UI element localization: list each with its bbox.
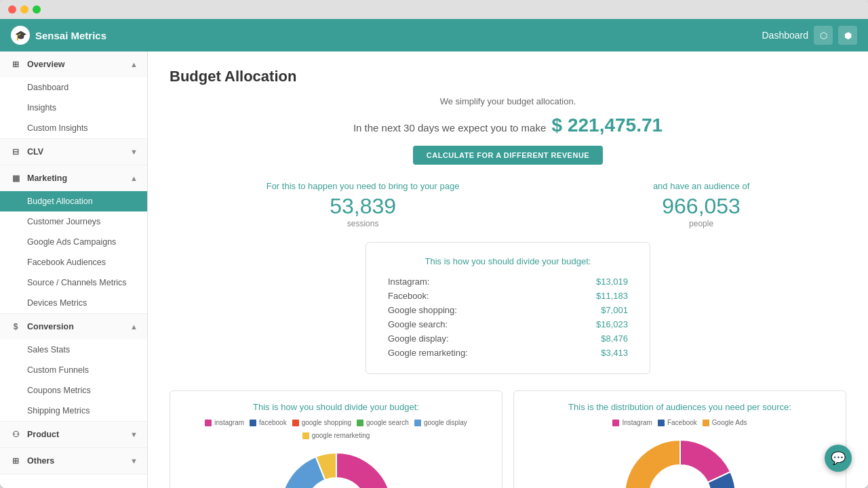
sidebar-item-shipping-metrics[interactable]: Shipping Metrics [0, 401, 147, 421]
legend-item: Instagram [612, 419, 652, 426]
legend-color [658, 420, 665, 426]
subtitle: We simplify your budget allocation. [170, 96, 846, 106]
donut1-chart [275, 447, 397, 488]
clv-group-header[interactable]: ⊟ CLV ▼ [0, 139, 147, 165]
others-chevron: ▼ [130, 457, 138, 465]
app-window: 🎓 Sensai Metrics Dashboard ⬡ ⬢ ⊞ Overvie… [0, 0, 868, 488]
budget-card-title: This is how you should divide your budge… [388, 256, 628, 266]
overview-icon: ⊞ [9, 58, 22, 70]
legend-color [250, 420, 256, 426]
product-icon: ⚇ [9, 428, 22, 441]
settings-nav-icon[interactable]: ⬢ [838, 26, 857, 45]
maximize-btn[interactable] [33, 5, 41, 14]
sidebar-item-budget-allocation[interactable]: Budget Allocation [0, 191, 147, 211]
legend-item: google remarketing [302, 432, 370, 439]
revenue-line: In the next 30 days we expect you to mak… [170, 115, 846, 136]
budget-row: Instagram:$13,019 [388, 274, 628, 289]
legend-item: facebook [250, 419, 287, 426]
sidebar-item-facebook-audiences[interactable]: Facebook Audiences [0, 252, 147, 272]
sidebar-item-devices-metrics[interactable]: Devices Metrics [0, 293, 147, 313]
chart-card-budget: This is how you should divide your budge… [170, 390, 502, 488]
sidebar-item-sales-stats[interactable]: Sales Stats [0, 340, 147, 360]
sidebar-item-customer-journeys[interactable]: Customer Journeys [0, 211, 147, 232]
logo: 🎓 Sensai Metrics [11, 26, 106, 45]
chart1-legend: instagramfacebookgoogle shoppinggoogle s… [181, 419, 491, 439]
chart-card-audience: This is the distribution of audiences yo… [513, 390, 846, 488]
sidebar-section-clv: ⊟ CLV ▼ [0, 139, 147, 165]
clv-icon: ⊟ [9, 146, 22, 158]
marketing-group-header[interactable]: ▦ Marketing ▲ [0, 165, 147, 191]
revenue-amount: $ 221,475.71 [552, 115, 663, 136]
charts-row: This is how you should divide your budge… [170, 390, 846, 488]
sidebar-section-overview: ⊞ Overview ▲ Dashboard Insights Custom I… [0, 52, 147, 139]
sidebar-item-custom-insights[interactable]: Custom Insights [0, 118, 147, 138]
legend-item: google search [357, 419, 409, 426]
conversion-group-header[interactable]: $ Conversion ▲ [0, 314, 147, 340]
legend-item: Google Ads [703, 419, 747, 426]
chart2-title: This is the distribution of audiences yo… [525, 402, 835, 412]
sidebar-section-others: ⊞ Others ▼ [0, 448, 147, 474]
legend-item: google display [414, 419, 467, 426]
overview-chevron: ▲ [130, 60, 138, 68]
budget-row: Google display:$8,476 [388, 331, 628, 346]
logo-icon: 🎓 [11, 26, 30, 45]
budget-row: Google remarketing:$3,413 [388, 346, 628, 360]
conversion-icon: $ [9, 321, 22, 333]
audience-value: 966,053 [653, 194, 749, 219]
sessions-unit: sessions [267, 219, 460, 228]
legend-color [612, 420, 619, 426]
sidebar-item-dashboard[interactable]: Dashboard [0, 77, 147, 98]
product-chevron: ▼ [130, 430, 138, 439]
sessions-value: 53,839 [267, 194, 460, 219]
chart1-title: This is how you should divide your budge… [181, 402, 491, 412]
marketing-group-label: ▦ Marketing [9, 172, 67, 184]
chart2-legend: InstagramFacebookGoogle Ads [525, 419, 835, 426]
marketing-icon: ▦ [9, 172, 22, 184]
legend-color [205, 420, 212, 426]
sidebar-item-google-ads[interactable]: Google Ads Campaigns [0, 232, 147, 252]
conversion-group-label: $ Conversion [9, 321, 74, 333]
export-icon[interactable]: ⬡ [814, 26, 833, 45]
audience-block: and have an audience of 966,053 people [653, 181, 749, 228]
calculate-btn[interactable]: CALCULATE FOR A DIFFERENT REVENUE [413, 146, 603, 165]
budget-row: Google shopping:$7,001 [388, 303, 628, 317]
close-btn[interactable] [8, 5, 16, 14]
revenue-prefix: In the next 30 days we expect you to mak… [353, 122, 546, 134]
title-bar [0, 0, 868, 19]
minimize-btn[interactable] [20, 5, 28, 14]
main-body: ⊞ Overview ▲ Dashboard Insights Custom I… [0, 52, 868, 488]
donut2-container [525, 434, 835, 488]
product-group-label: ⚇ Product [9, 428, 59, 441]
sessions-block: For this to happen you need to bring to … [267, 181, 460, 228]
overview-group-label: ⊞ Overview [9, 58, 65, 70]
sidebar: ⊞ Overview ▲ Dashboard Insights Custom I… [0, 52, 148, 488]
top-nav-right: Dashboard ⬡ ⬢ [762, 26, 858, 45]
marketing-chevron: ▲ [130, 174, 138, 182]
app-body: 🎓 Sensai Metrics Dashboard ⬡ ⬢ ⊞ Overvie… [0, 19, 868, 488]
sidebar-section-product: ⚇ Product ▼ [0, 422, 147, 448]
clv-group-label: ⊟ CLV [9, 146, 43, 158]
sidebar-item-custom-funnels[interactable]: Custom Funnels [0, 360, 147, 380]
legend-color [414, 420, 421, 426]
legend-item: instagram [205, 419, 244, 426]
top-nav: 🎓 Sensai Metrics Dashboard ⬡ ⬢ [0, 19, 868, 52]
current-page-label: Dashboard [762, 30, 809, 41]
clv-chevron: ▼ [130, 148, 138, 156]
donut1-container [181, 447, 491, 488]
budget-rows: Instagram:$13,019Facebook:$11,183Google … [388, 274, 628, 360]
others-group-header[interactable]: ⊞ Others ▼ [0, 448, 147, 474]
budget-row: Google search:$16,023 [388, 317, 628, 331]
sidebar-item-coupons-metrics[interactable]: Coupons Metrics [0, 380, 147, 401]
product-group-header[interactable]: ⚇ Product ▼ [0, 422, 147, 447]
overview-group-header[interactable]: ⊞ Overview ▲ [0, 52, 147, 77]
sidebar-item-source-channels[interactable]: Source / Channels Metrics [0, 272, 147, 293]
chat-button[interactable]: 💬 [825, 445, 852, 472]
legend-color [357, 420, 363, 426]
sessions-audience-block: For this to happen you need to bring to … [170, 181, 846, 228]
budget-row: Facebook:$11,183 [388, 289, 628, 303]
conversion-chevron: ▲ [130, 323, 138, 331]
main-content: Budget Allocation We simplify your budge… [148, 52, 868, 488]
sessions-label: For this to happen you need to bring to … [267, 181, 460, 191]
others-icon: ⊞ [9, 455, 22, 467]
sidebar-item-insights[interactable]: Insights [0, 98, 147, 118]
